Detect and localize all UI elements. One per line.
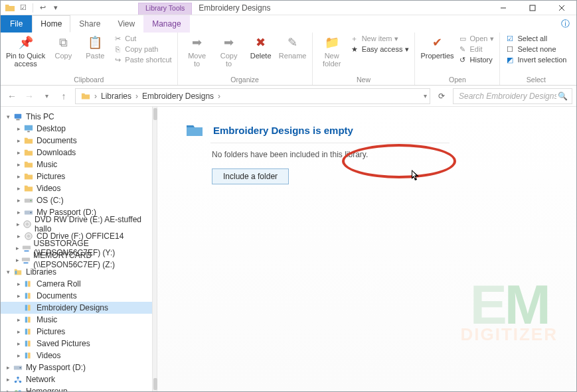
splitter[interactable] <box>152 107 157 391</box>
move-to-button[interactable]: ➡Move to <box>183 34 211 68</box>
nav-tree[interactable]: ▾This PC▸Desktop▸Documents▸Downloads▸Mus… <box>1 107 152 391</box>
tree-item[interactable]: ▸Homegroup <box>1 385 152 391</box>
edit-button[interactable]: ✎Edit <box>458 44 495 54</box>
expander-icon[interactable]: ▾ <box>3 269 13 275</box>
expander-icon[interactable]: ▸ <box>14 185 23 192</box>
tree-item[interactable]: Embroidery Designs <box>1 302 152 314</box>
expander-icon[interactable]: ▸ <box>14 125 23 132</box>
include-folder-button[interactable]: Include a folder <box>212 168 289 184</box>
tree-item[interactable]: ▸MEMORYCARD (\\EPSON56C7EF) (Z:) <box>1 254 152 266</box>
delete-button[interactable]: ✖Delete <box>247 34 275 60</box>
invert-selection-button[interactable]: ◩Invert selection <box>505 55 566 64</box>
expander-icon[interactable]: ▸ <box>14 293 23 299</box>
cut-button[interactable]: ✂Cut <box>113 34 171 43</box>
chevron-right-icon[interactable]: › <box>134 92 139 101</box>
tree-item[interactable]: ▸Network <box>1 373 152 385</box>
copy-path-button[interactable]: ⎘Copy path <box>113 44 171 54</box>
tree-item[interactable]: ▸Saved Pictures <box>1 338 152 350</box>
expander-icon[interactable]: ▸ <box>14 281 23 287</box>
paste-button[interactable]: 📋 Paste <box>81 34 109 60</box>
expander-icon[interactable]: ▸ <box>14 137 23 144</box>
ribbon-help-icon[interactable]: ⓘ <box>554 15 576 33</box>
tree-item[interactable]: ▸Videos <box>1 350 152 361</box>
svg-rect-4 <box>27 131 30 133</box>
new-item-button[interactable]: ＋New item ▾ <box>350 34 410 43</box>
qat-dropdown-icon[interactable]: ▾ <box>50 3 61 13</box>
expander-icon[interactable]: ▸ <box>14 161 23 168</box>
forward-button[interactable]: → <box>22 89 37 103</box>
easy-access-button[interactable]: ★Easy access ▾ <box>350 44 410 54</box>
refresh-button[interactable]: ⟳ <box>434 92 449 101</box>
address-bar[interactable]: › Libraries › Embroidery Designs › ▾ <box>75 88 430 104</box>
expander-icon[interactable]: ▸ <box>14 233 23 239</box>
up-button[interactable]: ↑ <box>56 89 71 103</box>
tree-item[interactable]: ▸Camera Roll <box>1 278 152 290</box>
properties-button[interactable]: ✔Properties <box>420 34 453 60</box>
tab-home[interactable]: Home <box>32 15 70 33</box>
minimize-button[interactable] <box>489 1 518 15</box>
tree-item[interactable]: ▸Desktop <box>1 123 152 135</box>
expander-icon[interactable]: ▸ <box>14 221 23 228</box>
select-none-button[interactable]: ☐Select none <box>505 44 566 54</box>
undo-qat-icon[interactable]: ↩ <box>37 3 48 13</box>
tree-item-label: Videos <box>37 351 60 360</box>
expander-icon[interactable]: ▸ <box>14 340 23 347</box>
open-button[interactable]: ▭Open ▾ <box>458 34 495 43</box>
chevron-right-icon[interactable]: › <box>216 92 222 101</box>
breadcrumb-current[interactable]: Embroidery Designs <box>139 92 216 101</box>
expander-icon[interactable]: ▸ <box>14 245 22 251</box>
chevron-right-icon[interactable]: › <box>93 92 98 101</box>
tree-item[interactable]: ▸OS (C:) <box>1 194 152 206</box>
tree-item[interactable]: ▸Documents <box>1 135 152 147</box>
expander-icon[interactable]: ▸ <box>14 197 23 204</box>
expander-icon[interactable]: ▸ <box>3 364 13 371</box>
back-button[interactable]: ← <box>5 89 19 103</box>
svg-rect-21 <box>28 305 31 311</box>
folder-icon[interactable] <box>5 3 15 13</box>
history-button[interactable]: ↺History <box>458 55 495 64</box>
group-label-organize: Organize <box>183 74 307 85</box>
tab-view[interactable]: View <box>109 15 143 33</box>
expander-icon[interactable]: ▸ <box>14 352 23 359</box>
tree-item[interactable]: ▸Pictures <box>1 326 152 338</box>
tree-item[interactable]: ▸Music <box>1 314 152 326</box>
svg-point-6 <box>31 200 32 202</box>
address-dropdown-icon[interactable]: ▾ <box>424 92 427 99</box>
expander-icon[interactable]: ▾ <box>3 113 13 120</box>
properties-qat-icon[interactable]: ☑ <box>18 3 29 13</box>
titlebar: ☑ ↩ ▾ Library Tools Embroidery Designs <box>1 1 576 15</box>
expander-icon[interactable]: ▸ <box>3 388 13 391</box>
recent-dropdown[interactable]: ▾ <box>39 89 54 103</box>
expander-icon[interactable]: ▸ <box>14 328 23 335</box>
close-button[interactable] <box>547 1 576 15</box>
tab-share[interactable]: Share <box>70 15 109 33</box>
search-input[interactable] <box>457 91 558 101</box>
rename-button[interactable]: ✎Rename <box>279 34 307 60</box>
file-tab[interactable]: File <box>1 15 32 33</box>
pin-quick-access-button[interactable]: 📌 Pin to Quick access <box>6 34 45 68</box>
tree-item[interactable]: ▸Pictures <box>1 170 152 182</box>
tree-item[interactable]: ▸My Passport (D:) <box>1 361 152 373</box>
paste-shortcut-button[interactable]: ↪Paste shortcut <box>113 55 171 64</box>
rename-icon: ✎ <box>284 34 302 51</box>
copy-to-button[interactable]: ➡Copy to <box>215 34 243 68</box>
tree-item[interactable]: ▸Downloads <box>1 147 152 159</box>
expander-icon[interactable]: ▸ <box>14 257 21 263</box>
maximize-button[interactable] <box>518 1 547 15</box>
tree-item[interactable]: ▸DVD RW Drive (E:) AE-stuffed hallo <box>1 218 152 230</box>
tree-item[interactable]: ▸Music <box>1 159 152 170</box>
expander-icon[interactable]: ▸ <box>14 209 23 216</box>
select-all-button[interactable]: ☑Select all <box>505 34 566 43</box>
new-folder-button[interactable]: 📁New folder <box>318 34 346 68</box>
tree-item[interactable]: ▸Documents <box>1 290 152 302</box>
expander-icon[interactable]: ▸ <box>3 376 13 383</box>
expander-icon[interactable]: ▸ <box>14 173 23 180</box>
breadcrumb-libraries[interactable]: Libraries <box>98 92 134 101</box>
expander-icon[interactable]: ▸ <box>14 316 23 323</box>
tree-item[interactable]: ▸Videos <box>1 182 152 194</box>
copy-button[interactable]: ⧉ Copy <box>49 34 77 60</box>
tab-manage[interactable]: Manage <box>143 15 189 33</box>
search-box[interactable]: 🔍 <box>453 88 572 104</box>
expander-icon[interactable]: ▸ <box>14 149 23 156</box>
tree-item[interactable]: ▾This PC <box>1 111 152 123</box>
